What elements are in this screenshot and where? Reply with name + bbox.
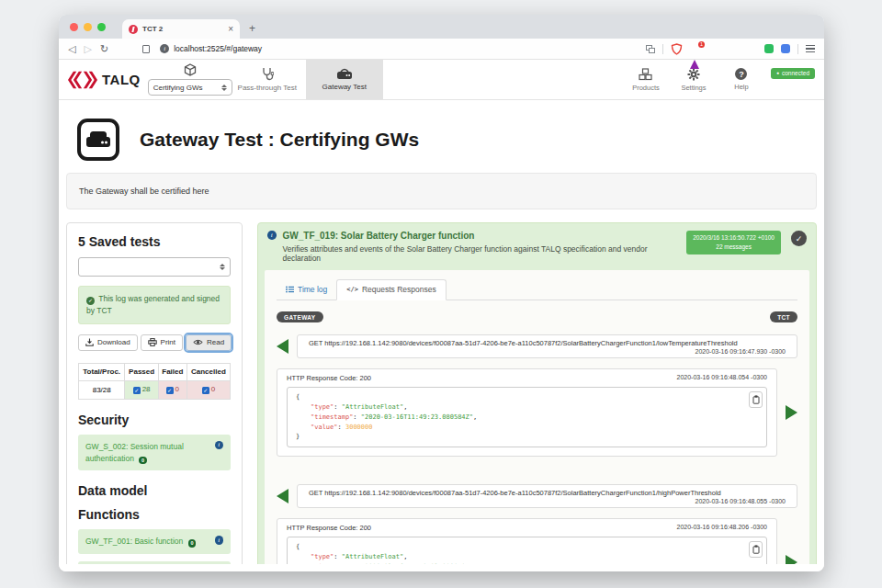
gateway-request-arrow-icon [277, 489, 288, 503]
col-failed: Failed [158, 363, 187, 380]
forward-icon[interactable]: ▷ [84, 44, 91, 54]
navbar-right: Products Settings [622, 60, 824, 99]
response-json-block: {"type": "AttributeFloat","timestamp": "… [287, 537, 767, 564]
saved-tests-title: 5 Saved tests [78, 234, 231, 249]
green-extension-icon[interactable] [764, 44, 774, 53]
copy-button[interactable] [749, 541, 763, 558]
zoom-window-button[interactable] [97, 23, 106, 31]
page-notice: The Gateway shall be certified here [66, 173, 817, 209]
bookmark-icon[interactable] [142, 45, 150, 53]
shield-extension-icon[interactable] [671, 43, 683, 55]
close-tab-icon[interactable]: × [228, 24, 233, 34]
passed-checkbox[interactable]: ✓ [133, 387, 141, 394]
request-row: GET https://192.168.1.142:9080/devices/f… [277, 334, 797, 358]
nav-item-passthrough[interactable]: Pass-through Test [229, 60, 306, 99]
col-total: Total/Proc. [79, 363, 125, 380]
request-url: GET https://192.168.1.142:9080/devices/f… [309, 339, 786, 347]
cancelled-checkbox[interactable]: ✓ [202, 387, 209, 394]
browser-tabstrip: TCT 2 × + [59, 15, 824, 39]
status-badge: 0 [188, 539, 197, 548]
messages-count: 22 messages [693, 243, 775, 252]
title-row: Gateway Test : Certifying GWs [77, 119, 817, 161]
gateway-page-icon [77, 119, 119, 161]
eye-icon [193, 339, 203, 345]
functions-list: GW_TF_001: Basic function 0 i GW_TF_002:… [78, 529, 231, 564]
triangle-extension-icon[interactable]: 1 [690, 44, 702, 54]
tab-time-log[interactable]: Time log [277, 280, 336, 300]
nav-item-products[interactable]: Products [622, 68, 670, 92]
log-actions: Download Print [78, 334, 231, 351]
saved-tests-select[interactable] [78, 257, 231, 277]
print-icon [148, 338, 157, 346]
info-icon[interactable]: i [267, 231, 277, 240]
site-info-icon[interactable]: i [160, 44, 169, 53]
nav-item-settings[interactable]: Settings [670, 68, 718, 92]
status-badge: 0 [139, 457, 147, 465]
products-icon [639, 68, 652, 81]
reload-icon[interactable]: ↻ [100, 44, 108, 54]
security-list: GW_S_002: Session mutual authentication … [78, 435, 231, 471]
print-button[interactable]: Print [141, 334, 183, 351]
tab-requests-responses[interactable]: </> Requests Responses [336, 279, 446, 300]
brand-name: TALQ [102, 72, 141, 87]
browser-window: TCT 2 × + ◁ ▷ ↻ i localhost:2525/#/gatew… [59, 15, 824, 571]
info-icon[interactable]: i [215, 536, 224, 545]
info-icon[interactable]: i [215, 441, 224, 450]
url-text: localhost:2525/#/gateway [174, 44, 262, 53]
nav-item-help[interactable]: ? Help [718, 68, 765, 91]
sidebar-test-item[interactable]: GW_TF_002: Gateway function 0 i [78, 561, 231, 564]
nav-item-label: Settings [681, 84, 706, 92]
connected-label: connected [782, 70, 809, 76]
read-button[interactable]: Read [186, 334, 232, 351]
run-timestamp: 2020/3/16 13:16:50.722 +0100 [693, 233, 775, 243]
browser-toolbar: ◁ ▷ ↻ i localhost:2525/#/gateway 1 [59, 39, 824, 60]
signed-alert-text: This log was generated and signed by TCT [86, 294, 220, 315]
sidebar-test-item[interactable]: GW_S_002: Session mutual authentication … [78, 435, 231, 471]
status-dot-icon: ● [776, 71, 779, 75]
tab-label: Time log [298, 285, 327, 294]
browser-menu-icon[interactable] [806, 45, 815, 53]
check-circle-icon: ✓ [86, 297, 95, 305]
stethoscope-icon [261, 67, 274, 81]
panel-header: i GW_TF_019: Solar Battery Charger funct… [258, 223, 816, 270]
response-row: HTTP Response Code: 200 2020-03-16 09:16… [277, 368, 797, 457]
minimize-window-button[interactable] [84, 23, 92, 31]
sidebar-test-item[interactable]: GW_TF_001: Basic function 0 i [78, 529, 231, 554]
run-timestamp-badge: 2020/3/16 13:16:50.722 +0100 22 messages [686, 231, 781, 254]
back-icon[interactable]: ◁ [68, 44, 75, 54]
page-title: Gateway Test : Certifying GWs [140, 129, 419, 151]
clipboard-icon [752, 395, 760, 404]
collapse-check-icon[interactable]: ✓ [791, 231, 807, 246]
talq-logo-icon [68, 69, 97, 91]
app-navbar: TALQ Certifying GWs [59, 60, 824, 100]
response-json: {"type": "AttributeFloat","timestamp": "… [296, 542, 758, 564]
col-passed: Passed [125, 363, 158, 380]
failed-value: 0 [175, 385, 179, 393]
code-icon: </> [346, 286, 358, 293]
passed-cell: ✓28 [125, 380, 158, 399]
gateway-icon [336, 68, 353, 80]
security-heading: Security [78, 413, 231, 427]
close-window-button[interactable] [70, 23, 78, 31]
nav-item-gateway[interactable]: Gateway Test [306, 60, 383, 99]
request-row: GET https://192.168.1.142:9080/devices/f… [277, 484, 797, 508]
message-group: GET https://192.168.1.142:9080/devices/f… [277, 334, 797, 457]
download-button[interactable]: Download [78, 334, 138, 351]
side-item-label: GW_S_002: Session mutual authentication [85, 442, 184, 463]
copy-button[interactable] [749, 391, 763, 408]
browser-tab[interactable]: TCT 2 × [122, 19, 240, 39]
failed-checkbox[interactable]: ✓ [166, 387, 174, 394]
clipboard-icon [752, 545, 760, 554]
profile-select[interactable]: Certifying GWs [148, 79, 232, 96]
passed-value: 28 [142, 385, 151, 393]
total-proc-value: 83/28 [79, 380, 125, 399]
blue-extension-icon[interactable] [781, 44, 790, 53]
select-caret-icon [220, 264, 225, 270]
address-bar[interactable]: i localhost:2525/#/gateway [158, 44, 638, 53]
test-description: Verifies attributes and events of the So… [283, 244, 681, 263]
response-code: HTTP Response Code: 200 [287, 374, 371, 382]
new-tab-button[interactable]: + [249, 19, 255, 39]
log-tabs: Time log </> Requests Responses [277, 279, 797, 300]
tab-groups-icon[interactable] [646, 45, 655, 53]
cancelled-value: 0 [211, 385, 215, 393]
